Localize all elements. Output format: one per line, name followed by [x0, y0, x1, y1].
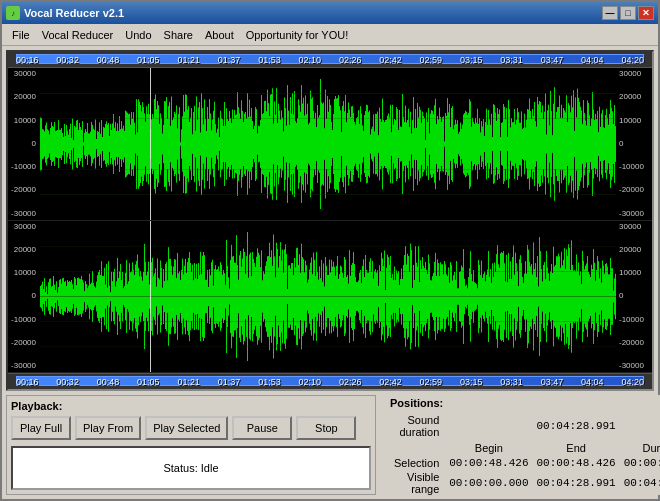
selection-row: Selection 00:00:48.426 00:00:48.426 00:0…	[390, 456, 660, 470]
close-button[interactable]: ✕	[638, 6, 654, 20]
selection-end: 00:00:48.426	[532, 456, 619, 470]
time-ruler-bottom: 00:16 00:32 00:48 01:05 01:21 01:37 01:5…	[8, 373, 652, 389]
status-text: Status: Idle	[163, 462, 218, 474]
app-icon: ♪	[6, 6, 20, 20]
waveform-canvas-1	[8, 68, 652, 220]
status-area: Status: Idle	[11, 446, 371, 490]
stop-button[interactable]: Stop	[296, 416, 356, 440]
play-selected-button[interactable]: Play Selected	[145, 416, 228, 440]
time-label-6: 01:37	[218, 55, 241, 65]
selection-begin: 00:00:48.426	[445, 456, 532, 470]
time-label-15: 04:04	[581, 55, 604, 65]
menu-share[interactable]: Share	[158, 27, 199, 43]
header-begin: Begin	[445, 441, 532, 456]
y-axis-right-1: 30000 20000 10000 0 -10000 -20000 -30000	[617, 68, 652, 220]
waveform-canvas-2	[8, 221, 652, 373]
y-axis-right-2: 30000 20000 10000 0 -10000 -20000 -30000	[617, 221, 652, 373]
time-label-9: 02:26	[339, 55, 362, 65]
playhead-1	[150, 68, 151, 220]
visible-range-row: Visible range 00:00:00.000 00:04:28.991 …	[390, 470, 660, 496]
playhead-2	[150, 221, 151, 373]
playback-panel: Playback: Play Full Play From Play Selec…	[6, 395, 376, 495]
app-window: ♪ Vocal Reducer v2.1 — □ ✕ File Vocal Re…	[0, 0, 660, 501]
time-label-4: 01:05	[137, 55, 160, 65]
sound-duration-value: 00:04:28.991	[445, 413, 660, 441]
visible-range-duration: 00:04:28.991	[620, 470, 660, 496]
y-axis-left-2: 30000 20000 10000 0 -10000 -20000 -30000	[8, 221, 38, 373]
time-label-11: 02:59	[420, 55, 443, 65]
time-label-16: 04:20	[621, 55, 644, 65]
playback-buttons: Play Full Play From Play Selected Pause …	[11, 416, 371, 440]
menu-undo[interactable]: Undo	[119, 27, 157, 43]
channel-1[interactable]: 30000 20000 10000 0 -10000 -20000 -30000…	[8, 68, 652, 221]
time-label-3: 00:48	[97, 55, 120, 65]
play-from-button[interactable]: Play From	[75, 416, 141, 440]
window-controls: — □ ✕	[602, 6, 654, 20]
header-duration: Duration	[620, 441, 660, 456]
time-label-7: 01:53	[258, 55, 281, 65]
channels-area: 30000 20000 10000 0 -10000 -20000 -30000…	[8, 68, 652, 373]
header-end: End	[532, 441, 619, 456]
menu-file[interactable]: File	[6, 27, 36, 43]
menu-bar: File Vocal Reducer Undo Share About Oppo…	[2, 24, 658, 46]
time-label-10: 02:42	[379, 55, 402, 65]
time-label-14: 03:47	[541, 55, 564, 65]
play-full-button[interactable]: Play Full	[11, 416, 71, 440]
time-label-8: 02:10	[299, 55, 322, 65]
positions-header-row: Begin End Duration	[390, 441, 660, 456]
maximize-button[interactable]: □	[620, 6, 636, 20]
time-label-2: 00:32	[56, 55, 79, 65]
time-labels-top: 00:16 00:32 00:48 01:05 01:21 01:37 01:5…	[16, 52, 644, 68]
visible-range-begin: 00:00:00.000	[445, 470, 532, 496]
time-label-13: 03:31	[500, 55, 523, 65]
sound-duration-row: Sound duration 00:04:28.991	[390, 413, 660, 441]
time-label-12: 03:15	[460, 55, 483, 65]
playback-label: Playback:	[11, 400, 371, 412]
pause-button[interactable]: Pause	[232, 416, 292, 440]
menu-opportunity[interactable]: Opportunity for YOU!	[240, 27, 355, 43]
positions-panel: Positions: Sound duration 00:04:28.991 B…	[384, 395, 660, 495]
visible-range-end: 00:04:28.991	[532, 470, 619, 496]
menu-vocal-reducer[interactable]: Vocal Reducer	[36, 27, 120, 43]
time-label-5: 01:21	[177, 55, 200, 65]
selection-label: Selection	[390, 456, 445, 470]
title-bar: ♪ Vocal Reducer v2.1 — □ ✕	[2, 2, 658, 24]
waveform-container[interactable]: 00:16 00:32 00:48 01:05 01:21 01:37 01:5…	[6, 50, 654, 391]
menu-about[interactable]: About	[199, 27, 240, 43]
time-ruler-top: 00:16 00:32 00:48 01:05 01:21 01:37 01:5…	[8, 52, 652, 68]
sound-duration-label: Sound duration	[390, 413, 445, 441]
visible-range-label: Visible range	[390, 470, 445, 496]
y-axis-left-1: 30000 20000 10000 0 -10000 -20000 -30000	[8, 68, 38, 220]
title-bar-left: ♪ Vocal Reducer v2.1	[6, 6, 124, 20]
selection-duration: 00:00:00.000	[620, 456, 660, 470]
time-label-1: 00:16	[16, 55, 39, 65]
window-title: Vocal Reducer v2.1	[24, 7, 124, 19]
time-labels-bottom: 00:16 00:32 00:48 01:05 01:21 01:37 01:5…	[16, 374, 644, 390]
channel-2[interactable]: 30000 20000 10000 0 -10000 -20000 -30000…	[8, 221, 652, 374]
minimize-button[interactable]: —	[602, 6, 618, 20]
main-content: 00:16 00:32 00:48 01:05 01:21 01:37 01:5…	[2, 46, 658, 499]
positions-table: Sound duration 00:04:28.991 Begin End Du…	[390, 413, 660, 496]
positions-title: Positions:	[390, 397, 660, 409]
controls-area: Playback: Play Full Play From Play Selec…	[6, 395, 654, 495]
